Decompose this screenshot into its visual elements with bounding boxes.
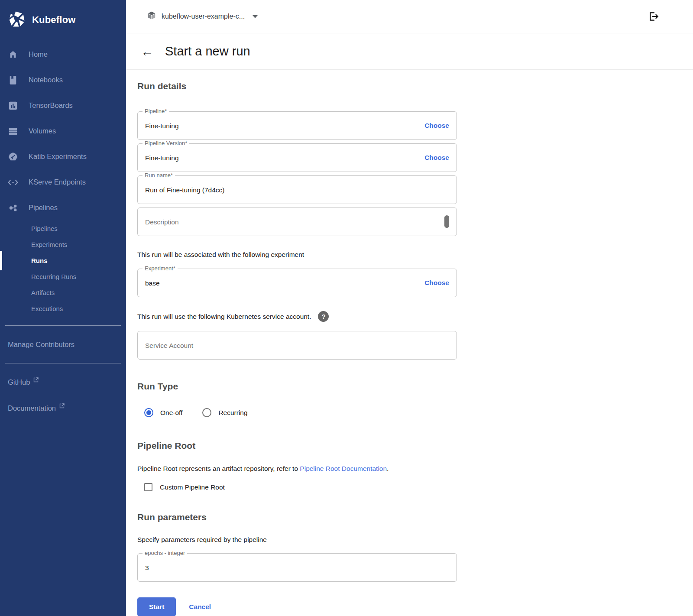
pipelines-icon xyxy=(8,203,18,213)
pipeline-root-text-suffix: . xyxy=(387,465,389,472)
radio-icon xyxy=(144,408,153,417)
kubeflow-logo-icon xyxy=(8,10,26,30)
start-button[interactable]: Start xyxy=(137,597,176,616)
pipeline-version-field-label: Pipeline Version* xyxy=(142,140,189,146)
service-account-field[interactable]: Service Account xyxy=(137,331,457,360)
sidebar-subitem-label: Recurring Runs xyxy=(31,273,76,280)
cancel-button[interactable]: Cancel xyxy=(189,603,211,611)
run-type-options: One-off Recurring xyxy=(137,408,457,417)
help-icon[interactable]: ? xyxy=(318,311,329,322)
documentation-label: Documentation xyxy=(8,404,56,412)
sidebar-item-label: Volumes xyxy=(29,127,56,135)
sidebar-item-label: Katib Experiments xyxy=(29,152,87,161)
sidebar-subitem-experiments[interactable]: Experiments xyxy=(0,237,126,253)
sidebar-item-volumes[interactable]: Volumes xyxy=(0,118,126,144)
sidebar-item-tensorboards[interactable]: TensorBoards xyxy=(0,93,126,118)
sidebar-item-label: TensorBoards xyxy=(29,101,73,110)
brand-name: Kubeflow xyxy=(32,14,76,26)
sidebar-item-label: Notebooks xyxy=(29,76,63,84)
pipeline-field-value: Fine-tuning xyxy=(145,122,179,130)
documentation-link[interactable]: Documentation xyxy=(0,398,126,418)
page-header: ← Start a new run xyxy=(126,33,693,70)
namespace-selector[interactable]: kubeflow-user-example-c... xyxy=(147,11,258,22)
logout-icon xyxy=(648,11,659,22)
volumes-icon xyxy=(8,126,18,136)
run-parameters-heading: Run parameters xyxy=(137,512,457,522)
run-parameters-note: Specify parameters required by the pipel… xyxy=(137,536,457,544)
sidebar-subitem-pipelines[interactable]: Pipelines xyxy=(0,220,126,237)
sidebar-item-kserve-endpoints[interactable]: KServe Endpoints xyxy=(0,169,126,195)
back-arrow-icon[interactable]: ← xyxy=(139,44,155,59)
external-link-icon xyxy=(59,402,65,410)
description-resize-handle[interactable] xyxy=(444,215,449,228)
run-details-heading: Run details xyxy=(137,81,457,91)
manage-contributors-label: Manage Contributors xyxy=(8,340,74,349)
experiment-choose-button[interactable]: Choose xyxy=(424,279,449,287)
checkbox-icon[interactable] xyxy=(144,483,152,491)
sidebar-item-label: Home xyxy=(29,50,48,58)
service-account-note: This run will use the following Kubernet… xyxy=(137,313,311,321)
pipeline-field[interactable]: Pipeline* Fine-tuning Choose xyxy=(137,111,457,140)
main-area: kubeflow-user-example-c... ← Start a new… xyxy=(126,0,693,616)
pipeline-root-description: Pipeline Root represents an artifact rep… xyxy=(137,465,457,473)
pipeline-root-text-prefix: Pipeline Root represents an artifact rep… xyxy=(137,465,300,472)
sidebar-item-label: KServe Endpoints xyxy=(29,178,86,186)
radio-recurring[interactable]: Recurring xyxy=(202,408,247,417)
epochs-field-label: epochs - integer xyxy=(142,550,187,556)
sidebar-item-home[interactable]: Home xyxy=(0,42,126,67)
sidebar-subitem-label: Experiments xyxy=(31,241,67,248)
namespace-icon xyxy=(147,11,156,22)
experiment-field-label: Experiment* xyxy=(142,265,178,272)
sidebar-nav: Home Notebooks TensorBoards Volumes Kati… xyxy=(0,42,126,317)
radio-one-off[interactable]: One-off xyxy=(144,408,182,417)
pipeline-root-doc-link[interactable]: Pipeline Root Documentation xyxy=(300,465,387,472)
service-account-placeholder: Service Account xyxy=(145,342,193,350)
page-content: Run details Pipeline* Fine-tuning Choose… xyxy=(126,70,457,616)
sidebar-subitem-artifacts[interactable]: Artifacts xyxy=(0,285,126,301)
pipeline-version-field[interactable]: Pipeline Version* Fine-tuning Choose xyxy=(137,143,457,172)
logout-button[interactable] xyxy=(648,11,659,22)
notebook-icon xyxy=(8,75,18,85)
radio-recurring-label: Recurring xyxy=(218,409,247,417)
sidebar-subitem-label: Artifacts xyxy=(31,289,55,296)
kubeflow-brand[interactable]: Kubeflow xyxy=(0,0,126,31)
sidebar-item-notebooks[interactable]: Notebooks xyxy=(0,67,126,93)
endpoints-icon xyxy=(8,177,18,188)
run-name-field-value: Run of Fine-tuning (7d4cc) xyxy=(145,186,225,194)
namespace-label: kubeflow-user-example-c... xyxy=(162,13,245,20)
epochs-field[interactable]: epochs - integer 3 xyxy=(137,553,457,582)
run-name-field[interactable]: Run name* Run of Fine-tuning (7d4cc) xyxy=(137,175,457,204)
sidebar-divider xyxy=(5,363,121,363)
experiment-field[interactable]: Experiment* base Choose xyxy=(137,269,457,297)
custom-pipeline-root-checkbox-row[interactable]: Custom Pipeline Root xyxy=(137,483,457,491)
pipelines-subnav: Pipelines Experiments Runs Recurring Run… xyxy=(0,220,126,317)
sidebar-subitem-executions[interactable]: Executions xyxy=(0,301,126,317)
pipeline-version-choose-button[interactable]: Choose xyxy=(424,154,449,162)
github-link[interactable]: GitHub xyxy=(0,372,126,392)
sidebar-item-katib-experiments[interactable]: Katib Experiments xyxy=(0,144,126,169)
active-indicator xyxy=(0,251,2,270)
sidebar-subitem-recurring-runs[interactable]: Recurring Runs xyxy=(0,269,126,285)
sidebar-subitem-label: Pipelines xyxy=(31,225,58,232)
description-field[interactable]: Description xyxy=(137,207,457,236)
sidebar-subitem-runs[interactable]: Runs xyxy=(0,253,126,269)
pipeline-root-heading: Pipeline Root xyxy=(137,441,457,451)
page-title: Start a new run xyxy=(165,44,250,58)
epochs-field-value: 3 xyxy=(145,564,149,572)
radio-one-off-label: One-off xyxy=(160,409,182,417)
home-icon xyxy=(8,49,18,60)
experiment-field-value: base xyxy=(145,279,160,287)
manage-contributors-link[interactable]: Manage Contributors xyxy=(0,334,126,354)
external-link-icon xyxy=(33,376,39,384)
sidebar-subitem-label: Runs xyxy=(31,257,48,264)
topbar: kubeflow-user-example-c... xyxy=(126,0,693,33)
sidebar-item-pipelines[interactable]: Pipelines xyxy=(0,195,126,220)
experiment-note: This run will be associated with the fol… xyxy=(137,251,457,259)
sidebar-subitem-label: Executions xyxy=(31,305,63,312)
run-type-heading: Run Type xyxy=(137,381,457,392)
pipeline-choose-button[interactable]: Choose xyxy=(424,122,449,130)
radio-icon xyxy=(202,408,211,417)
chevron-down-icon xyxy=(253,15,258,18)
run-name-field-label: Run name* xyxy=(142,172,175,178)
sidebar-divider xyxy=(5,325,121,326)
